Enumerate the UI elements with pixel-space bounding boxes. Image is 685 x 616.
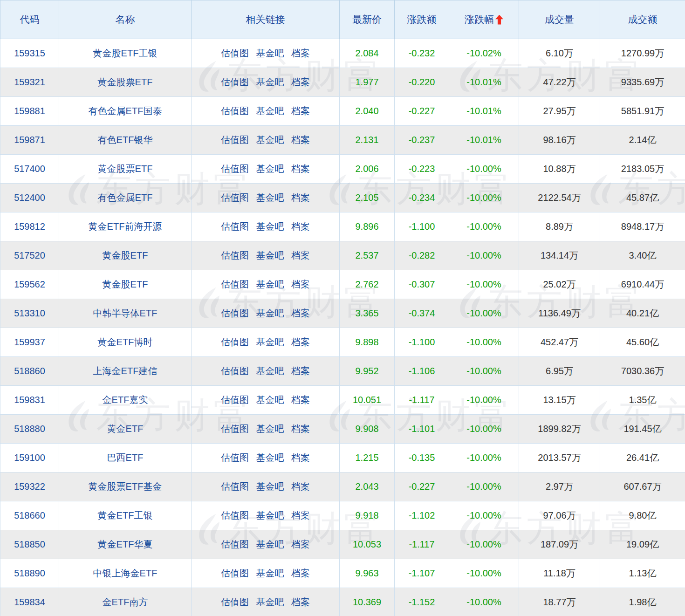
fund-archive-link[interactable]: 档案 <box>291 135 310 145</box>
fund-archive-link[interactable]: 档案 <box>291 366 310 376</box>
fund-archive-link[interactable]: 档案 <box>291 250 310 260</box>
fund-code-link[interactable]: 513310 <box>14 308 45 318</box>
valuation-chart-link[interactable]: 估值图 <box>221 424 249 434</box>
fund-name-link[interactable]: 金ETF嘉实 <box>103 395 148 405</box>
valuation-chart-link[interactable]: 估值图 <box>221 48 249 58</box>
valuation-chart-link[interactable]: 估值图 <box>221 481 249 492</box>
fund-name-link[interactable]: 黄金ETF工银 <box>98 510 153 520</box>
valuation-chart-link[interactable]: 估值图 <box>221 192 249 203</box>
header-name[interactable]: 名称 <box>59 0 192 39</box>
fund-forum-link[interactable]: 基金吧 <box>256 135 284 145</box>
fund-code-link[interactable]: 159812 <box>14 221 45 232</box>
fund-forum-link[interactable]: 基金吧 <box>256 106 284 116</box>
fund-forum-link[interactable]: 基金吧 <box>256 337 284 347</box>
fund-archive-link[interactable]: 档案 <box>291 424 310 434</box>
fund-archive-link[interactable]: 档案 <box>291 77 310 87</box>
header-change-percent[interactable]: 涨跌幅 <box>449 0 519 39</box>
fund-archive-link[interactable]: 档案 <box>291 568 310 578</box>
fund-code-link[interactable]: 159881 <box>14 106 45 116</box>
fund-forum-link[interactable]: 基金吧 <box>256 250 284 260</box>
fund-name-link[interactable]: 黄金股ETF <box>103 250 148 260</box>
valuation-chart-link[interactable]: 估值图 <box>221 308 249 318</box>
fund-name-link[interactable]: 黄金ETF前海开源 <box>89 221 162 232</box>
fund-code-link[interactable]: 159831 <box>14 395 45 405</box>
fund-code-link[interactable]: 159100 <box>14 452 45 463</box>
fund-forum-link[interactable]: 基金吧 <box>256 481 284 492</box>
fund-name-link[interactable]: 金ETF南方 <box>103 597 148 607</box>
valuation-chart-link[interactable]: 估值图 <box>221 539 249 549</box>
header-volume[interactable]: 成交量 <box>519 0 600 39</box>
fund-code-link[interactable]: 518860 <box>14 366 45 376</box>
fund-archive-link[interactable]: 档案 <box>291 539 310 549</box>
fund-name-link[interactable]: 黄金股票ETF <box>98 164 153 174</box>
fund-name-link[interactable]: 上海金ETF建信 <box>93 366 158 376</box>
fund-code-link[interactable]: 159937 <box>14 337 45 347</box>
fund-forum-link[interactable]: 基金吧 <box>256 510 284 520</box>
fund-archive-link[interactable]: 档案 <box>291 106 310 116</box>
fund-forum-link[interactable]: 基金吧 <box>256 395 284 405</box>
fund-forum-link[interactable]: 基金吧 <box>256 48 284 58</box>
fund-code-link[interactable]: 517400 <box>14 164 45 174</box>
valuation-chart-link[interactable]: 估值图 <box>221 568 249 578</box>
fund-forum-link[interactable]: 基金吧 <box>256 597 284 607</box>
fund-code-link[interactable]: 159322 <box>14 481 45 492</box>
fund-archive-link[interactable]: 档案 <box>291 48 310 58</box>
fund-forum-link[interactable]: 基金吧 <box>256 192 284 203</box>
valuation-chart-link[interactable]: 估值图 <box>221 135 249 145</box>
fund-archive-link[interactable]: 档案 <box>291 279 310 289</box>
fund-code-link[interactable]: 512400 <box>14 192 45 203</box>
valuation-chart-link[interactable]: 估值图 <box>221 106 249 116</box>
fund-forum-link[interactable]: 基金吧 <box>256 164 284 174</box>
valuation-chart-link[interactable]: 估值图 <box>221 164 249 174</box>
header-code[interactable]: 代码 <box>0 0 59 39</box>
fund-forum-link[interactable]: 基金吧 <box>256 539 284 549</box>
fund-forum-link[interactable]: 基金吧 <box>256 366 284 376</box>
fund-name-link[interactable]: 黄金股ETF工银 <box>93 48 158 58</box>
fund-forum-link[interactable]: 基金吧 <box>256 308 284 318</box>
fund-archive-link[interactable]: 档案 <box>291 597 310 607</box>
fund-forum-link[interactable]: 基金吧 <box>256 279 284 289</box>
valuation-chart-link[interactable]: 估值图 <box>221 250 249 260</box>
fund-archive-link[interactable]: 档案 <box>291 395 310 405</box>
fund-archive-link[interactable]: 档案 <box>291 337 310 347</box>
fund-code-link[interactable]: 518890 <box>14 568 45 578</box>
valuation-chart-link[interactable]: 估值图 <box>221 366 249 376</box>
fund-name-link[interactable]: 中韩半导体ETF <box>93 308 158 318</box>
fund-name-link[interactable]: 黄金股票ETF <box>98 77 153 87</box>
fund-code-link[interactable]: 518850 <box>14 539 45 549</box>
fund-code-link[interactable]: 159315 <box>14 48 45 58</box>
fund-name-link[interactable]: 黄金股ETF <box>103 279 148 289</box>
fund-name-link[interactable]: 黄金股票ETF基金 <box>89 481 162 492</box>
fund-name-link[interactable]: 黄金ETF华夏 <box>98 539 153 549</box>
fund-name-link[interactable]: 巴西ETF <box>107 452 144 463</box>
fund-code-link[interactable]: 159562 <box>14 279 45 289</box>
fund-name-link[interactable]: 黄金ETF博时 <box>98 337 153 347</box>
fund-forum-link[interactable]: 基金吧 <box>256 452 284 463</box>
fund-name-link[interactable]: 中银上海金ETF <box>93 568 158 578</box>
fund-code-link[interactable]: 517520 <box>14 250 45 260</box>
fund-archive-link[interactable]: 档案 <box>291 510 310 520</box>
header-turnover[interactable]: 成交额 <box>600 0 685 39</box>
fund-code-link[interactable]: 518660 <box>14 510 45 520</box>
fund-name-link[interactable]: 黄金ETF <box>107 424 144 434</box>
valuation-chart-link[interactable]: 估值图 <box>221 452 249 463</box>
fund-archive-link[interactable]: 档案 <box>291 192 310 203</box>
fund-archive-link[interactable]: 档案 <box>291 164 310 174</box>
valuation-chart-link[interactable]: 估值图 <box>221 395 249 405</box>
fund-archive-link[interactable]: 档案 <box>291 481 310 492</box>
fund-forum-link[interactable]: 基金吧 <box>256 221 284 232</box>
fund-forum-link[interactable]: 基金吧 <box>256 424 284 434</box>
fund-archive-link[interactable]: 档案 <box>291 308 310 318</box>
valuation-chart-link[interactable]: 估值图 <box>221 337 249 347</box>
fund-name-link[interactable]: 有色金属ETF国泰 <box>89 106 162 116</box>
valuation-chart-link[interactable]: 估值图 <box>221 510 249 520</box>
fund-forum-link[interactable]: 基金吧 <box>256 77 284 87</box>
fund-name-link[interactable]: 有色ETF银华 <box>98 135 153 145</box>
fund-code-link[interactable]: 159321 <box>14 77 45 87</box>
fund-archive-link[interactable]: 档案 <box>291 221 310 232</box>
fund-name-link[interactable]: 有色金属ETF <box>98 192 153 203</box>
fund-forum-link[interactable]: 基金吧 <box>256 568 284 578</box>
valuation-chart-link[interactable]: 估值图 <box>221 597 249 607</box>
valuation-chart-link[interactable]: 估值图 <box>221 77 249 87</box>
fund-code-link[interactable]: 159834 <box>14 597 45 607</box>
